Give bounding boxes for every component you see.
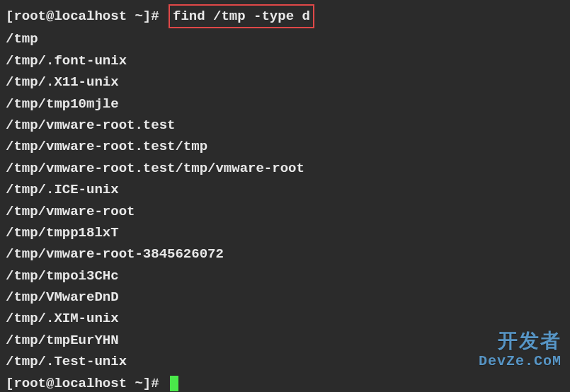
output-line: /tmp bbox=[6, 28, 564, 50]
output-line: /tmp/tmpp18lxT bbox=[6, 222, 564, 243]
output-line: /tmp/vmware-root.test/tmp/vmware-root bbox=[6, 158, 564, 179]
watermark-bottom-text: DevZe.CoM bbox=[479, 354, 562, 369]
output-line: /tmp/vmware-root.test bbox=[6, 115, 564, 136]
output-line: /tmp/.XIM-unix bbox=[6, 308, 564, 329]
output-line: /tmp/vmware-root bbox=[6, 201, 564, 222]
shell-prompt: [root@localhost ~]# bbox=[6, 8, 159, 24]
output-line: /tmp/.ICE-unix bbox=[6, 179, 564, 200]
output-line: /tmp/tmp10mjle bbox=[6, 93, 564, 115]
output-line: /tmp/.font-unix bbox=[6, 50, 564, 71]
output-line: /tmp/.X11-unix bbox=[6, 71, 564, 93]
watermark: 开发者 DevZe.CoM bbox=[479, 332, 562, 369]
cursor-block bbox=[170, 376, 178, 391]
highlighted-command: find /tmp -type d bbox=[169, 4, 314, 28]
output-line: /tmp/tmpoi3CHc bbox=[6, 265, 564, 287]
output-line: /tmp/vmware-root.test/tmp bbox=[6, 136, 564, 157]
command-text: find /tmp -type d bbox=[173, 8, 310, 24]
shell-prompt-end: [root@localhost ~]# bbox=[6, 376, 159, 391]
output-line: /tmp/VMwareDnD bbox=[6, 287, 564, 308]
prompt-awaiting-input[interactable]: [root@localhost ~]# bbox=[6, 373, 564, 392]
output-line: /tmp/vmware-root-3845626072 bbox=[6, 243, 564, 265]
watermark-top-text: 开发者 bbox=[479, 332, 562, 354]
command-prompt-line: [root@localhost ~]# find /tmp -type d bbox=[6, 4, 564, 28]
